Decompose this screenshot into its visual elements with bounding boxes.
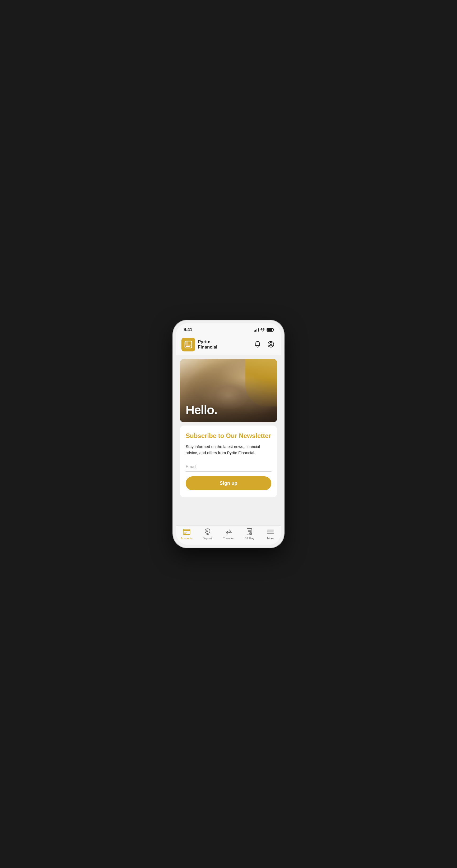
wifi-icon bbox=[260, 328, 265, 332]
logo-area: Pyrite Financial bbox=[182, 338, 218, 351]
profile-button[interactable] bbox=[266, 340, 275, 350]
svg-point-6 bbox=[270, 342, 272, 345]
newsletter-card: Subscribe to Our Newsletter Stay informe… bbox=[180, 426, 277, 497]
nav-item-more[interactable]: More bbox=[260, 528, 281, 540]
nav-label-more: More bbox=[267, 537, 274, 540]
bell-icon bbox=[254, 341, 261, 348]
newsletter-description: Stay informed on the latest news, financ… bbox=[186, 443, 271, 456]
hero-greeting: Hello. bbox=[186, 403, 217, 417]
scroll-content[interactable]: Hello. Subscribe to Our Newsletter Stay … bbox=[176, 355, 281, 525]
signal-icon bbox=[254, 328, 259, 332]
app-name-text: Pyrite Financial bbox=[198, 339, 218, 350]
status-icons bbox=[254, 328, 273, 332]
phone-frame: 9:41 bbox=[173, 320, 284, 548]
nav-label-transfer: Transfer bbox=[223, 537, 234, 540]
svg-rect-2 bbox=[185, 341, 188, 345]
newsletter-title: Subscribe to Our Newsletter bbox=[186, 432, 271, 440]
svg-text:$: $ bbox=[250, 533, 251, 535]
signup-button[interactable]: Sign up bbox=[186, 476, 271, 490]
user-circle-icon bbox=[267, 341, 274, 348]
nav-label-billpay: Bill Pay bbox=[244, 537, 254, 540]
nav-item-billpay[interactable]: $ Bill Pay bbox=[239, 528, 260, 540]
signal-bar-3 bbox=[257, 329, 257, 332]
svg-point-0 bbox=[262, 331, 263, 331]
notifications-button[interactable] bbox=[253, 340, 262, 350]
app-name-line2: Financial bbox=[198, 345, 218, 350]
battery-icon bbox=[267, 328, 273, 332]
bottom-nav: Accounts $ Deposit bbox=[176, 525, 281, 545]
nav-label-deposit: Deposit bbox=[203, 537, 213, 540]
hero-section: Hello. bbox=[180, 359, 277, 422]
app-header: Pyrite Financial bbox=[176, 335, 281, 355]
email-input-wrapper bbox=[186, 462, 271, 472]
email-field[interactable] bbox=[186, 462, 271, 472]
app-logo bbox=[182, 338, 195, 351]
signal-bar-4 bbox=[258, 328, 259, 332]
phone-screen: 9:41 bbox=[176, 323, 281, 545]
signal-bar-2 bbox=[255, 330, 256, 332]
nav-label-accounts: Accounts bbox=[181, 537, 193, 540]
logo-icon bbox=[184, 340, 193, 349]
nav-item-transfer[interactable]: Transfer bbox=[218, 528, 239, 540]
signal-bar-1 bbox=[254, 331, 255, 332]
transfer-icon bbox=[225, 528, 232, 536]
deposit-icon: $ bbox=[204, 528, 211, 536]
more-icon bbox=[267, 528, 274, 536]
app-name-line1: Pyrite bbox=[198, 339, 218, 345]
nav-item-deposit[interactable]: $ Deposit bbox=[197, 528, 218, 540]
battery-fill bbox=[267, 329, 272, 331]
billpay-icon: $ bbox=[246, 528, 253, 536]
nav-item-accounts[interactable]: Accounts bbox=[176, 528, 197, 540]
status-time: 9:41 bbox=[184, 327, 192, 332]
svg-text:$: $ bbox=[206, 530, 208, 532]
notch bbox=[211, 323, 246, 331]
header-actions bbox=[253, 340, 275, 350]
accounts-icon bbox=[183, 528, 190, 536]
